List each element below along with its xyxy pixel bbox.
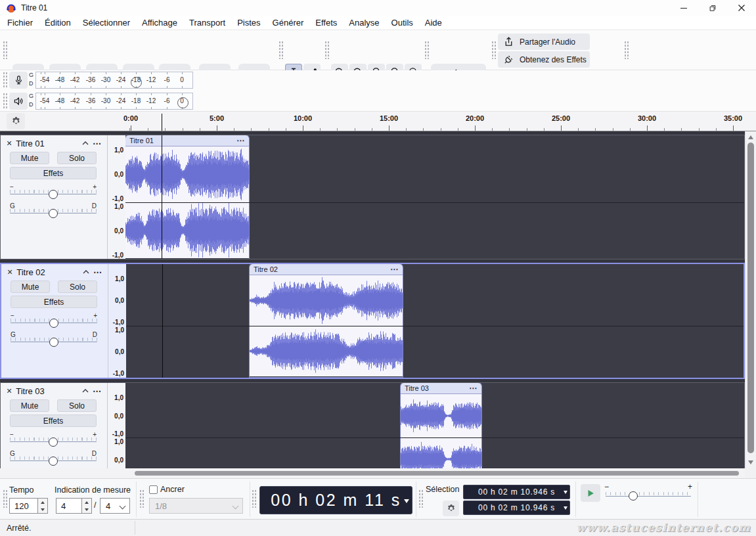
recording-meter-grip[interactable] (3, 72, 7, 89)
audio-clip[interactable]: Titre 02 ⋯ (250, 264, 403, 377)
clip-menu-button[interactable]: ⋯ (236, 137, 245, 145)
pan-slider[interactable] (10, 209, 97, 217)
time-signature-upper-input[interactable]: 4 (56, 498, 82, 514)
tools-toolbar-grip[interactable] (278, 41, 283, 59)
vertical-scale-ruler[interactable]: 1,00,0-1,0 1,00,0-1,0 (107, 135, 125, 259)
mute-button[interactable]: Mute (10, 399, 49, 412)
track-collapse-button[interactable] (82, 141, 89, 145)
track-close-button[interactable]: × (7, 386, 12, 395)
menu-outils[interactable]: Outils (386, 18, 419, 28)
track-close-button[interactable]: × (7, 267, 12, 277)
audio-clip[interactable]: Titre 03 ⋯ (401, 383, 481, 468)
menu-fichier[interactable]: Fichier (1, 18, 39, 28)
track-title[interactable]: Titre 01 (16, 139, 45, 148)
playhead-marker[interactable] (162, 114, 162, 131)
playback-meter-grip[interactable] (3, 93, 7, 110)
snap-checkbox[interactable] (149, 485, 158, 494)
vertical-scale-ruler[interactable]: 1,00,0-1,0 1,00,0-1,0 (107, 383, 125, 468)
vertical-scrollbar[interactable] (745, 131, 756, 468)
menu-analyse[interactable]: Analyse (343, 18, 385, 28)
menu-selectionner[interactable]: Sélectionner (77, 18, 136, 28)
share-toolbar-grip[interactable] (491, 41, 496, 59)
track-menu-button[interactable]: ⋯ (93, 387, 102, 395)
audio-clip[interactable]: Titre 01 ⋯ (125, 135, 249, 259)
clip-menu-button[interactable]: ⋯ (469, 384, 478, 392)
mute-button[interactable]: Mute (11, 280, 50, 293)
track-menu-button[interactable]: ⋯ (93, 268, 102, 277)
pan-slider-thumb[interactable] (49, 457, 58, 466)
tempo-spinner[interactable] (38, 498, 48, 514)
track-title[interactable]: Titre 03 (16, 386, 45, 396)
close-button[interactable] (727, 0, 756, 16)
effects-button[interactable]: Effets (11, 296, 97, 308)
track-titre-02[interactable]: × Titre 02 ⋯ Mute Solo Effets − + (0, 263, 745, 379)
time-signature-lower-select[interactable]: 4 (100, 498, 130, 514)
gain-slider-thumb[interactable] (49, 190, 58, 199)
scroll-down-arrow[interactable] (748, 460, 753, 464)
track-titre-03[interactable]: × Titre 03 ⋯ Mute Solo Effets − + (0, 382, 745, 468)
selection-end-field[interactable]: 00 h 02 m 10.946 s (463, 501, 570, 515)
playback-meter-button[interactable] (9, 93, 28, 110)
tempo-input[interactable]: 120 (9, 498, 38, 514)
snapping-grip[interactable] (139, 489, 144, 508)
scroll-up-arrow[interactable] (748, 135, 753, 139)
share-audio-button[interactable]: Partager l'Audio (498, 34, 590, 50)
menu-transport[interactable]: Transport (183, 18, 231, 28)
time-toolbar-grip[interactable] (252, 489, 256, 508)
time-signature-spinner[interactable] (82, 498, 92, 514)
menu-aide[interactable]: Aide (419, 18, 448, 28)
menu-effets[interactable]: Effets (309, 18, 343, 28)
track-canvas[interactable]: Titre 03 ⋯ (125, 383, 744, 468)
selection-options-button[interactable] (443, 501, 459, 516)
selection-toolbar-grip[interactable] (418, 489, 423, 508)
timeline-options-button[interactable] (7, 113, 25, 129)
pan-slider-thumb[interactable] (49, 338, 58, 347)
playback-meter-scale[interactable]: -54 -48 -42 -36 -30 -24 -18 -12 -6 0 (35, 93, 193, 110)
gain-slider-thumb[interactable] (49, 319, 58, 328)
gain-slider-thumb[interactable] (49, 437, 58, 447)
restore-button[interactable] (698, 0, 727, 16)
effects-button[interactable]: Effets (10, 167, 97, 179)
track-title[interactable]: Titre 02 (16, 267, 45, 277)
mute-button[interactable]: Mute (10, 152, 49, 164)
clip-header[interactable]: Titre 03 ⋯ (401, 383, 481, 394)
track-collapse-button[interactable] (83, 270, 89, 274)
menu-affichage[interactable]: Affichage (136, 18, 183, 28)
gain-slider[interactable] (10, 437, 97, 446)
solo-button[interactable]: Solo (57, 399, 97, 412)
gain-slider[interactable] (10, 190, 97, 198)
horizontal-scrollbar[interactable] (0, 468, 745, 478)
selection-start-field[interactable]: 00 h 02 m 10.946 s (463, 485, 570, 499)
time-display[interactable]: 00 h 02 m 11 s (259, 486, 412, 514)
track-collapse-button[interactable] (82, 389, 89, 393)
menu-pistes[interactable]: Pistes (231, 18, 266, 28)
clip-header[interactable]: Titre 02 ⋯ (250, 264, 403, 275)
effects-button[interactable]: Effets (10, 414, 97, 427)
horizontal-scrollbar-thumb[interactable] (135, 471, 739, 476)
clip-menu-button[interactable]: ⋯ (390, 265, 399, 273)
solo-button[interactable]: Solo (57, 152, 97, 164)
pan-slider-thumb[interactable] (49, 209, 58, 218)
pan-slider[interactable] (10, 457, 97, 465)
track-canvas[interactable]: Titre 02 ⋯ (126, 264, 744, 378)
recording-meter-scale[interactable]: -54 -48 -42 -36 -30 -24 -18 -12 -6 0 (35, 72, 193, 89)
gain-slider[interactable] (11, 319, 97, 327)
play-at-speed-button[interactable] (581, 484, 600, 502)
vertical-scale-ruler[interactable]: 1,00,0-1,0 1,00,0-1,0 (108, 264, 126, 378)
menu-generer[interactable]: Générer (267, 18, 310, 28)
timeline-ruler[interactable]: 0:00 5:00 10:00 15:00 20:00 25:00 30:00 … (124, 112, 745, 131)
edit-toolbar-grip[interactable] (324, 41, 329, 59)
clip-header[interactable]: Titre 01 ⋯ (125, 135, 249, 146)
snap-select[interactable]: 1/8 (149, 498, 243, 514)
playback-speed-slider[interactable]: − + (604, 483, 692, 503)
audio-setup-grip[interactable] (424, 41, 429, 59)
get-effects-button[interactable]: Obtenez des Effets (498, 51, 590, 68)
track-titre-01[interactable]: × Titre 01 ⋯ Mute Solo Effets − + (0, 135, 745, 259)
pan-slider[interactable] (11, 338, 97, 346)
minimize-button[interactable] (669, 0, 698, 16)
track-menu-button[interactable]: ⋯ (93, 139, 102, 148)
speed-slider-thumb[interactable] (629, 491, 638, 501)
solo-button[interactable]: Solo (58, 280, 97, 293)
menu-edition[interactable]: Édition (39, 18, 77, 28)
time-signature-grip[interactable] (3, 489, 7, 508)
